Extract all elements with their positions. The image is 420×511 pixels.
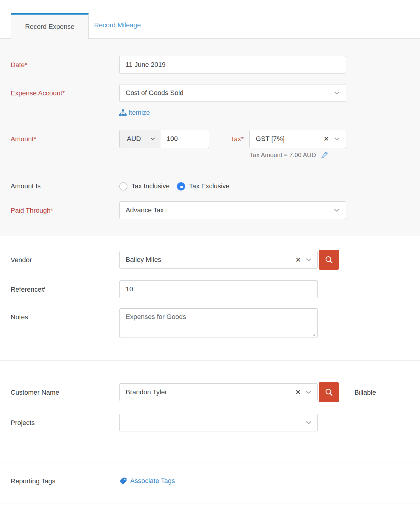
radio-tax-exclusive[interactable] <box>177 182 185 190</box>
paid-through-select[interactable]: Advance Tax <box>119 201 346 219</box>
currency-select[interactable]: AUD <box>119 130 161 148</box>
vendor-value: Bailey Miles <box>126 256 293 264</box>
search-icon <box>324 255 334 265</box>
projects-label: Projects <box>11 419 35 427</box>
customer-search-button[interactable] <box>319 382 339 402</box>
resize-handle-icon[interactable] <box>312 332 316 336</box>
section-divider <box>0 360 420 361</box>
chevron-down-icon <box>334 137 340 141</box>
reference-label: Reference# <box>11 285 45 293</box>
record-expense-form: Record Expense Record Mileage Date* 11 J… <box>0 0 420 511</box>
section-divider <box>0 503 420 503</box>
pencil-icon[interactable] <box>321 151 328 159</box>
tax-select[interactable]: GST [7%] ✕ <box>249 130 346 148</box>
tab-record-expense[interactable]: Record Expense <box>11 13 89 39</box>
paid-through-label: Paid Through* <box>11 206 53 214</box>
amount-input[interactable]: 100 <box>161 130 209 148</box>
chevron-down-icon <box>334 91 340 95</box>
customer-name-label: Customer Name <box>11 388 59 396</box>
vendor-label: Vendor <box>11 256 32 264</box>
expense-account-label: Expense Account* <box>11 89 65 97</box>
reporting-tags-label: Reporting Tags <box>11 477 56 485</box>
notes-label: Notes <box>11 313 28 321</box>
reference-input[interactable]: 10 <box>119 280 318 298</box>
tax-exclusive-label[interactable]: Tax Exclusive <box>189 182 229 190</box>
chevron-down-icon <box>306 391 311 394</box>
notes-value: Expenses for Goods <box>126 313 186 321</box>
itemize-link[interactable]: Itemize <box>119 108 150 117</box>
amount-label: Amount* <box>11 135 36 143</box>
clear-icon[interactable]: ✕ <box>323 135 329 142</box>
customer-name-select[interactable]: Brandon Tyler ✕ <box>119 383 318 401</box>
search-icon <box>324 387 334 397</box>
hierarchy-icon <box>119 109 127 116</box>
amount-is-label: Amount Is <box>11 182 41 190</box>
tag-icon <box>119 477 127 485</box>
notes-textarea[interactable]: Expenses for Goods <box>119 308 318 338</box>
tax-value: GST [7%] <box>256 135 321 143</box>
projects-select[interactable] <box>119 414 318 431</box>
associate-tags-link[interactable]: Associate Tags <box>119 476 175 486</box>
chevron-down-icon <box>334 209 340 212</box>
expense-account-value: Cost of Goods Sold <box>126 89 334 97</box>
amount-value: 100 <box>167 135 203 143</box>
tab-record-expense-label: Record Expense <box>25 23 75 31</box>
tax-inclusive-label[interactable]: Tax Inclusive <box>131 182 170 190</box>
currency-value: AUD <box>127 135 141 143</box>
vendor-search-button[interactable] <box>319 250 339 270</box>
vendor-select[interactable]: Bailey Miles ✕ <box>119 251 318 269</box>
radio-tax-inclusive[interactable] <box>119 182 127 190</box>
clear-icon[interactable]: ✕ <box>295 389 301 396</box>
amount-is-options: Tax Inclusive Tax Exclusive <box>119 182 237 191</box>
chevron-down-icon <box>151 137 155 140</box>
reference-value: 10 <box>126 285 311 293</box>
chevron-down-icon <box>306 421 311 424</box>
associate-tags-label: Associate Tags <box>130 477 175 485</box>
itemize-label: Itemize <box>128 109 150 117</box>
tax-label: Tax* <box>212 135 244 143</box>
paid-through-value: Advance Tax <box>126 206 334 214</box>
date-label: Date* <box>11 61 27 69</box>
expense-account-select[interactable]: Cost of Goods Sold <box>119 84 346 102</box>
date-value: 11 June 2019 <box>126 61 340 69</box>
billable-label[interactable]: Billable <box>354 389 376 396</box>
clear-icon[interactable]: ✕ <box>295 256 301 263</box>
tab-record-mileage[interactable]: Record Mileage <box>94 21 141 29</box>
tax-amount-note: Tax Amount = 7.00 AUD <box>250 151 328 159</box>
date-input[interactable]: 11 June 2019 <box>119 56 346 74</box>
customer-name-value: Brandon Tyler <box>126 388 293 396</box>
tax-amount-text: Tax Amount = 7.00 AUD <box>250 151 316 159</box>
section-divider <box>0 462 420 462</box>
chevron-down-icon <box>306 258 311 262</box>
